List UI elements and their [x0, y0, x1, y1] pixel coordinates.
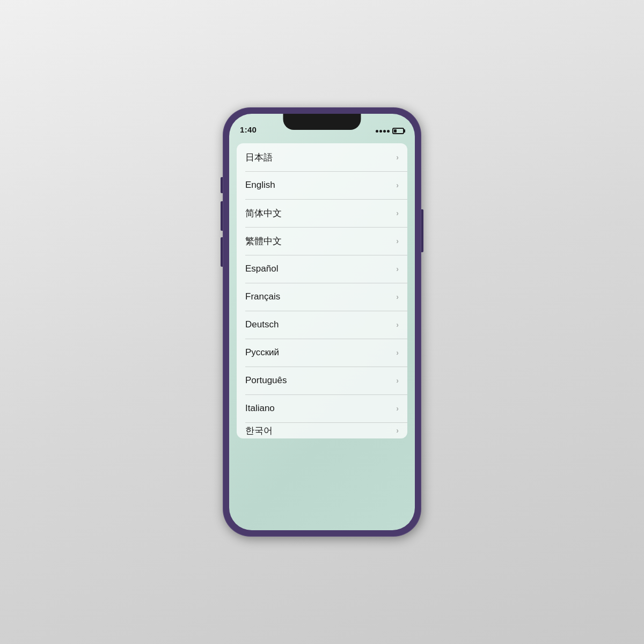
chevron-icon-italian: › [396, 404, 399, 413]
language-item-japanese[interactable]: 日本語› [237, 143, 407, 171]
chevron-icon-french: › [396, 292, 399, 301]
language-item-english[interactable]: English› [237, 171, 407, 199]
signal-icon [376, 130, 390, 133]
screen: 1:40 日本語›English›简体中文›繁體中文›Español›F [229, 114, 415, 530]
status-time: 1:40 [240, 125, 257, 134]
scene: 1:40 日本語›English›简体中文›繁體中文›Español›F [0, 0, 644, 644]
battery-fill [394, 129, 397, 133]
language-label-italian: Italiano [245, 403, 275, 414]
chevron-icon-portuguese: › [396, 376, 399, 385]
phone-body: 1:40 日本語›English›简体中文›繁體中文›Español›F [223, 107, 421, 537]
chevron-icon-german: › [396, 320, 399, 329]
language-item-german[interactable]: Deutsch› [237, 311, 407, 339]
chevron-icon-korean: › [396, 426, 399, 435]
language-label-russian: Русский [245, 347, 279, 358]
language-item-portuguese[interactable]: Português› [237, 367, 407, 394]
language-label-spanish: Español [245, 264, 278, 274]
chevron-icon-simplified-chinese: › [396, 209, 399, 217]
signal-dot-4 [387, 130, 390, 133]
chevron-icon-spanish: › [396, 265, 399, 273]
language-item-french[interactable]: Français› [237, 283, 407, 311]
language-item-russian[interactable]: Русский› [237, 339, 407, 367]
battery-icon [392, 128, 404, 134]
language-label-japanese: 日本語 [245, 151, 273, 164]
chevron-icon-traditional-chinese: › [396, 237, 399, 245]
mute-button[interactable] [221, 177, 223, 193]
signal-dot-1 [376, 130, 378, 133]
chevron-icon-russian: › [396, 348, 399, 357]
power-button[interactable] [421, 209, 423, 252]
chevron-icon-japanese: › [396, 153, 399, 162]
language-list: 日本語›English›简体中文›繁體中文›Español›Français›D… [237, 143, 407, 438]
language-label-simplified-chinese: 简体中文 [245, 207, 282, 219]
volume-down-button[interactable] [221, 237, 223, 267]
language-item-italian[interactable]: Italiano› [237, 394, 407, 422]
chevron-icon-english: › [396, 181, 399, 189]
notch [283, 114, 361, 130]
language-label-portuguese: Português [245, 375, 287, 386]
language-item-korean[interactable]: 한국어› [237, 422, 407, 438]
language-item-simplified-chinese[interactable]: 简体中文› [237, 199, 407, 227]
language-item-spanish[interactable]: Español› [237, 255, 407, 283]
language-item-traditional-chinese[interactable]: 繁體中文› [237, 227, 407, 255]
status-right [376, 128, 404, 134]
signal-dot-2 [379, 130, 382, 133]
language-label-english: English [245, 180, 275, 191]
language-label-french: Français [245, 291, 280, 302]
volume-up-button[interactable] [221, 201, 223, 231]
signal-dot-3 [383, 130, 386, 133]
language-label-korean: 한국어 [245, 425, 273, 437]
language-label-traditional-chinese: 繁體中文 [245, 235, 282, 247]
language-label-german: Deutsch [245, 319, 279, 330]
